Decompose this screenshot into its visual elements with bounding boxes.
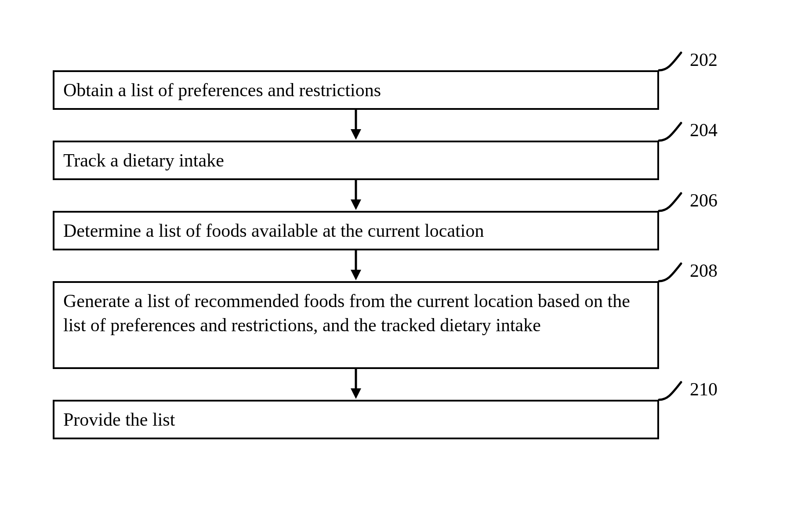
- step-text: Determine a list of foods available at t…: [63, 221, 484, 241]
- svg-marker-7: [351, 388, 361, 399]
- leader-hook-202: [659, 53, 690, 79]
- step-box-206: Determine a list of foods available at t…: [53, 211, 659, 250]
- svg-marker-5: [351, 270, 361, 280]
- ref-label-202: 202: [690, 51, 718, 69]
- leader-hook-206: [659, 193, 690, 220]
- step-box-202: Obtain a list of preferences and restric…: [53, 70, 659, 110]
- arrow-202-204: [348, 110, 363, 141]
- ref-label-208: 208: [690, 261, 718, 280]
- step-box-210: Provide the list: [53, 400, 659, 439]
- ref-label-204: 204: [690, 121, 718, 139]
- flowchart: Obtain a list of preferences and restric…: [0, 0, 801, 532]
- step-box-204: Track a dietary intake: [53, 141, 659, 180]
- leader-hook-210: [659, 382, 690, 409]
- ref-label-210: 210: [690, 380, 718, 398]
- svg-marker-3: [351, 199, 361, 210]
- arrow-204-206: [348, 180, 363, 211]
- arrow-208-210: [348, 369, 363, 400]
- step-text: Generate a list of recommended foods fro…: [63, 291, 630, 335]
- svg-marker-1: [351, 129, 361, 140]
- step-text: Provide the list: [63, 409, 175, 430]
- leader-hook-208: [659, 264, 690, 290]
- ref-label-206: 206: [690, 191, 718, 210]
- step-text: Track a dietary intake: [63, 150, 224, 170]
- step-text: Obtain a list of preferences and restric…: [63, 80, 381, 100]
- step-box-208: Generate a list of recommended foods fro…: [53, 281, 659, 369]
- leader-hook-204: [659, 123, 690, 149]
- arrow-206-208: [348, 250, 363, 281]
